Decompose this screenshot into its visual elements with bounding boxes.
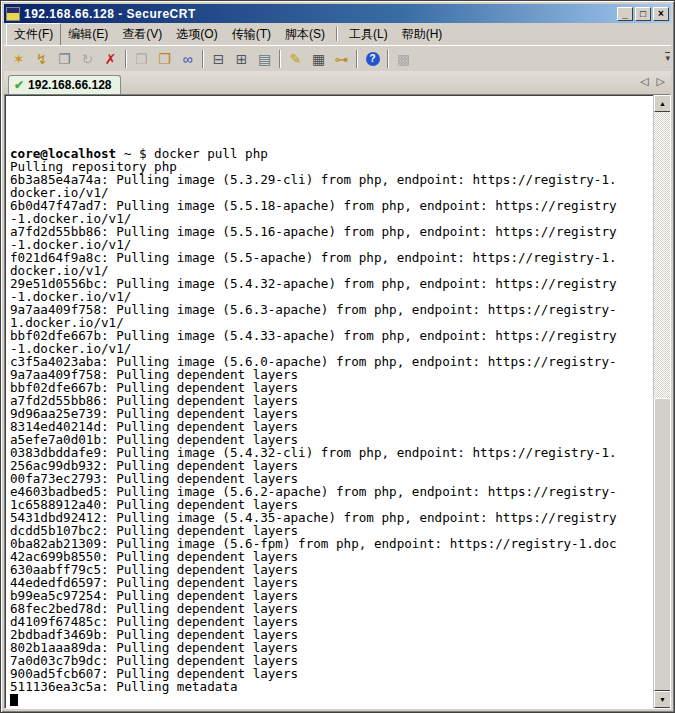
session-tab[interactable]: ✔ 192.168.66.128 — [8, 75, 121, 94]
key-agent-icon[interactable]: ⊶ — [330, 48, 353, 70]
toolbar-separator — [202, 50, 204, 68]
tab-scroll-left-icon[interactable]: ◁ — [640, 75, 648, 88]
menu-item-transfer[interactable]: 传输(T) — [225, 24, 278, 45]
session-options-icon[interactable]: ✎ — [284, 48, 307, 70]
scrollbar-thumb[interactable] — [654, 398, 671, 691]
paste-icon[interactable]: ❒ — [153, 48, 176, 70]
terminal-cursor — [10, 694, 18, 706]
toolbar-separator — [125, 50, 127, 68]
print-icon[interactable]: ▤ — [253, 48, 276, 70]
scroll-up-arrow-icon[interactable]: ▲ — [654, 95, 671, 112]
toolbar-separator — [356, 50, 358, 68]
terminal-area: core@localhost ~ $ docker pull php Pulli… — [4, 94, 671, 709]
menu-separator — [336, 27, 338, 41]
close-button[interactable]: × — [653, 7, 669, 21]
terminal-line: 511136ea3c5a: Pulling metadata — [10, 680, 653, 693]
keymap-editor-icon[interactable]: ▦ — [307, 48, 330, 70]
tab-bar: ✔ 192.168.66.128 ◁ ▷ — [4, 71, 671, 94]
menu-item-edit[interactable]: 编辑(E) — [61, 24, 115, 45]
menu-item-tools[interactable]: 工具(L) — [342, 24, 395, 45]
session-tab-label: 192.168.66.128 — [28, 78, 111, 92]
terminal-screen[interactable]: core@localhost ~ $ docker pull php Pulli… — [7, 95, 653, 708]
menu-item-help[interactable]: 帮助(H) — [395, 24, 450, 45]
window-title: 192.168.66.128 - SecureCRT — [24, 7, 617, 21]
terminal-output: Pulling repository php6b3a85e4a74a: Pull… — [10, 160, 653, 693]
disconnect-icon[interactable]: ✗ — [99, 48, 122, 70]
find-icon[interactable]: ∞ — [176, 48, 199, 70]
quick-connect-icon[interactable]: ✶ — [7, 48, 30, 70]
tab-scroll-right-icon[interactable]: ▷ — [657, 75, 665, 88]
connect-in-tab-icon[interactable]: ❐ — [53, 48, 76, 70]
scroll-down-arrow-icon[interactable]: ▼ — [654, 691, 671, 708]
help-icon[interactable]: ? — [361, 48, 384, 70]
connect-icon[interactable]: ↯ — [30, 48, 53, 70]
print-screen-icon[interactable]: ⊟ — [207, 48, 230, 70]
connected-check-icon: ✔ — [14, 78, 24, 92]
print-selection-icon[interactable]: ⊞ — [230, 48, 253, 70]
toolbar-separator — [387, 50, 389, 68]
menu-bar: 文件(F)编辑(E)查看(V)选项(O)传输(T)脚本(S)工具(L)帮助(H) — [4, 23, 671, 45]
menu-item-file[interactable]: 文件(F) — [6, 23, 61, 46]
toolbar-overflow-icon[interactable]: ▾ — [665, 52, 670, 62]
menu-item-options[interactable]: 选项(O) — [169, 24, 224, 45]
minimize-button[interactable]: _ — [617, 7, 633, 21]
maximize-button[interactable]: □ — [635, 7, 651, 21]
toolbar: ✶↯❐↻✗❐❒∞⊟⊞▤✎▦⊶?▩▾ — [4, 45, 671, 71]
reconnect-icon: ↻ — [76, 48, 99, 70]
menu-item-script[interactable]: 脚本(S) — [278, 24, 332, 45]
securecrt-window: 192.168.66.128 - SecureCRT _ □ × 文件(F)编辑… — [0, 0, 675, 713]
terminal-scrollbar[interactable]: ▲ ▼ — [653, 95, 670, 708]
title-bar[interactable]: 192.168.66.128 - SecureCRT _ □ × — [4, 4, 671, 23]
toolbar-separator — [279, 50, 281, 68]
session-manager-icon: ▩ — [392, 48, 415, 70]
app-icon — [6, 7, 20, 21]
copy-icon: ❐ — [130, 48, 153, 70]
menu-item-view[interactable]: 查看(V) — [115, 24, 169, 45]
